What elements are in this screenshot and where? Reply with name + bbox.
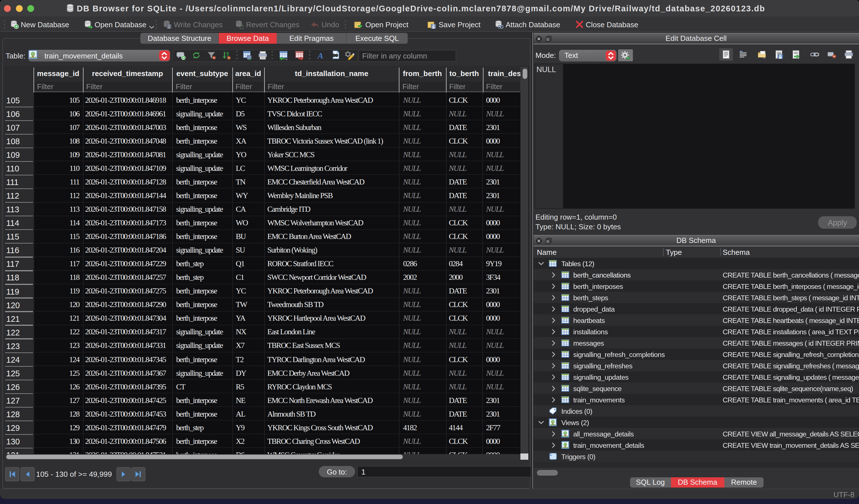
svg-text:A: A (317, 50, 323, 60)
